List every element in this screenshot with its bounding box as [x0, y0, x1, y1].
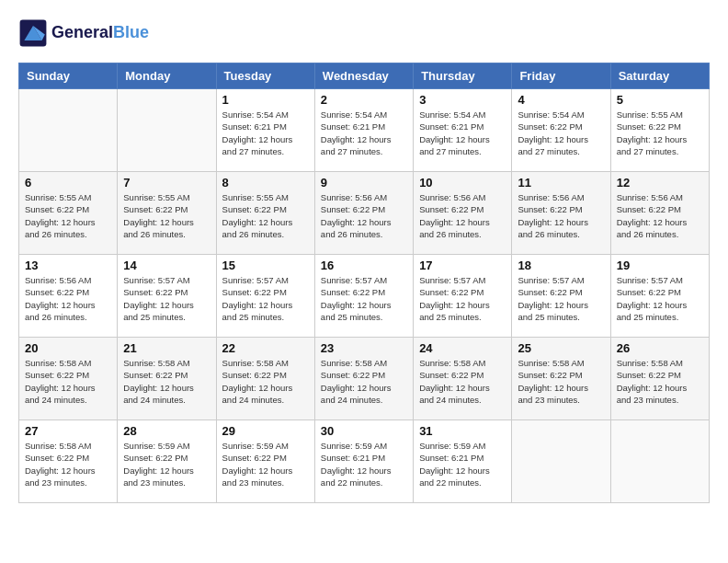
calendar-cell: 5Sunrise: 5:55 AM Sunset: 6:22 PM Daylig…	[610, 89, 709, 172]
day-number: 1	[222, 93, 309, 107]
day-number: 25	[518, 341, 604, 355]
day-info: Sunrise: 5:57 AM Sunset: 6:22 PM Dayligh…	[617, 274, 703, 323]
calendar-cell: 18Sunrise: 5:57 AM Sunset: 6:22 PM Dayli…	[512, 255, 610, 338]
calendar-cell: 6Sunrise: 5:55 AM Sunset: 6:22 PM Daylig…	[19, 172, 118, 255]
day-number: 20	[25, 341, 111, 355]
calendar-cell: 12Sunrise: 5:56 AM Sunset: 6:22 PM Dayli…	[610, 172, 709, 255]
day-info: Sunrise: 5:54 AM Sunset: 6:22 PM Dayligh…	[518, 109, 604, 157]
calendar-week-1: 1Sunrise: 5:54 AM Sunset: 6:21 PM Daylig…	[19, 89, 710, 172]
calendar-cell: 14Sunrise: 5:57 AM Sunset: 6:22 PM Dayli…	[118, 255, 216, 338]
weekday-header-wednesday: Wednesday	[314, 63, 413, 89]
day-number: 7	[123, 176, 210, 190]
calendar-header-row: SundayMondayTuesdayWednesdayThursdayFrid…	[19, 63, 710, 89]
day-info: Sunrise: 5:56 AM Sunset: 6:22 PM Dayligh…	[518, 191, 604, 240]
day-number: 23	[321, 341, 407, 355]
calendar-cell: 17Sunrise: 5:57 AM Sunset: 6:22 PM Dayli…	[414, 255, 512, 338]
day-info: Sunrise: 5:57 AM Sunset: 6:22 PM Dayligh…	[419, 274, 506, 323]
day-number: 31	[419, 424, 506, 438]
day-number: 24	[419, 341, 506, 355]
day-info: Sunrise: 5:55 AM Sunset: 6:22 PM Dayligh…	[25, 191, 111, 240]
calendar-cell: 25Sunrise: 5:58 AM Sunset: 6:22 PM Dayli…	[512, 338, 610, 420]
day-info: Sunrise: 5:54 AM Sunset: 6:21 PM Dayligh…	[222, 109, 309, 157]
day-number: 8	[222, 176, 309, 190]
calendar-cell: 23Sunrise: 5:58 AM Sunset: 6:22 PM Dayli…	[314, 338, 413, 420]
calendar-cell: 11Sunrise: 5:56 AM Sunset: 6:22 PM Dayli…	[512, 172, 610, 255]
day-number: 18	[518, 259, 604, 272]
day-info: Sunrise: 5:56 AM Sunset: 6:22 PM Dayligh…	[419, 191, 506, 240]
day-info: Sunrise: 5:57 AM Sunset: 6:22 PM Dayligh…	[123, 274, 210, 323]
day-number: 13	[25, 259, 111, 272]
calendar-cell: 24Sunrise: 5:58 AM Sunset: 6:22 PM Dayli…	[414, 338, 512, 420]
day-info: Sunrise: 5:57 AM Sunset: 6:22 PM Dayligh…	[222, 274, 309, 323]
day-number: 2	[321, 93, 407, 107]
day-info: Sunrise: 5:56 AM Sunset: 6:22 PM Dayligh…	[25, 274, 111, 323]
day-number: 15	[222, 259, 309, 272]
calendar-cell: 2Sunrise: 5:54 AM Sunset: 6:21 PM Daylig…	[314, 89, 413, 172]
day-number: 26	[617, 341, 703, 355]
weekday-header-monday: Monday	[118, 63, 216, 89]
calendar-cell: 31Sunrise: 5:59 AM Sunset: 6:21 PM Dayli…	[414, 420, 512, 503]
calendar-cell: 8Sunrise: 5:55 AM Sunset: 6:22 PM Daylig…	[216, 172, 314, 255]
day-number: 22	[222, 341, 309, 355]
day-info: Sunrise: 5:58 AM Sunset: 6:22 PM Dayligh…	[123, 357, 210, 406]
day-info: Sunrise: 5:55 AM Sunset: 6:22 PM Dayligh…	[617, 109, 703, 157]
calendar-cell: 16Sunrise: 5:57 AM Sunset: 6:22 PM Dayli…	[314, 255, 413, 338]
logo-icon	[18, 18, 48, 48]
calendar-cell: 28Sunrise: 5:59 AM Sunset: 6:22 PM Dayli…	[118, 420, 216, 503]
logo: GeneralBlue	[18, 18, 149, 48]
calendar-week-2: 6Sunrise: 5:55 AM Sunset: 6:22 PM Daylig…	[19, 172, 710, 255]
day-number: 27	[25, 424, 111, 438]
calendar-cell	[512, 420, 610, 503]
day-number: 28	[123, 424, 210, 438]
weekday-header-friday: Friday	[512, 63, 610, 89]
calendar-week-4: 20Sunrise: 5:58 AM Sunset: 6:22 PM Dayli…	[19, 338, 710, 420]
calendar-body: 1Sunrise: 5:54 AM Sunset: 6:21 PM Daylig…	[19, 89, 710, 503]
day-info: Sunrise: 5:57 AM Sunset: 6:22 PM Dayligh…	[518, 274, 604, 323]
day-number: 19	[617, 259, 703, 272]
day-info: Sunrise: 5:55 AM Sunset: 6:22 PM Dayligh…	[222, 191, 309, 240]
day-info: Sunrise: 5:59 AM Sunset: 6:22 PM Dayligh…	[123, 440, 210, 488]
day-number: 6	[25, 176, 111, 190]
day-info: Sunrise: 5:54 AM Sunset: 6:21 PM Dayligh…	[419, 109, 506, 157]
calendar-cell	[610, 420, 709, 503]
day-number: 16	[321, 259, 407, 272]
day-number: 29	[222, 424, 309, 438]
day-number: 11	[518, 176, 604, 190]
calendar-cell: 9Sunrise: 5:56 AM Sunset: 6:22 PM Daylig…	[314, 172, 413, 255]
day-info: Sunrise: 5:58 AM Sunset: 6:22 PM Dayligh…	[518, 357, 604, 406]
day-info: Sunrise: 5:56 AM Sunset: 6:22 PM Dayligh…	[617, 191, 703, 240]
day-info: Sunrise: 5:58 AM Sunset: 6:22 PM Dayligh…	[222, 357, 309, 406]
weekday-header-saturday: Saturday	[610, 63, 709, 89]
day-number: 3	[419, 93, 506, 107]
calendar-week-3: 13Sunrise: 5:56 AM Sunset: 6:22 PM Dayli…	[19, 255, 710, 338]
calendar-cell: 20Sunrise: 5:58 AM Sunset: 6:22 PM Dayli…	[19, 338, 118, 420]
day-info: Sunrise: 5:58 AM Sunset: 6:22 PM Dayligh…	[617, 357, 703, 406]
day-info: Sunrise: 5:58 AM Sunset: 6:22 PM Dayligh…	[25, 357, 111, 406]
day-info: Sunrise: 5:54 AM Sunset: 6:21 PM Dayligh…	[321, 109, 407, 157]
calendar-cell: 29Sunrise: 5:59 AM Sunset: 6:22 PM Dayli…	[216, 420, 314, 503]
day-number: 5	[617, 93, 703, 107]
day-number: 21	[123, 341, 210, 355]
calendar-cell: 19Sunrise: 5:57 AM Sunset: 6:22 PM Dayli…	[610, 255, 709, 338]
calendar-cell: 22Sunrise: 5:58 AM Sunset: 6:22 PM Dayli…	[216, 338, 314, 420]
day-info: Sunrise: 5:57 AM Sunset: 6:22 PM Dayligh…	[321, 274, 407, 323]
weekday-header-thursday: Thursday	[414, 63, 512, 89]
day-info: Sunrise: 5:55 AM Sunset: 6:22 PM Dayligh…	[123, 191, 210, 240]
weekday-header-sunday: Sunday	[19, 63, 118, 89]
calendar-cell: 27Sunrise: 5:58 AM Sunset: 6:22 PM Dayli…	[19, 420, 118, 503]
day-info: Sunrise: 5:58 AM Sunset: 6:22 PM Dayligh…	[25, 440, 111, 488]
weekday-header-tuesday: Tuesday	[216, 63, 314, 89]
calendar-cell: 15Sunrise: 5:57 AM Sunset: 6:22 PM Dayli…	[216, 255, 314, 338]
calendar-cell: 13Sunrise: 5:56 AM Sunset: 6:22 PM Dayli…	[19, 255, 118, 338]
calendar-cell	[118, 89, 216, 172]
logo-text: GeneralBlue	[51, 24, 149, 42]
day-info: Sunrise: 5:59 AM Sunset: 6:21 PM Dayligh…	[321, 440, 407, 488]
day-info: Sunrise: 5:59 AM Sunset: 6:22 PM Dayligh…	[222, 440, 309, 488]
day-number: 4	[518, 93, 604, 107]
calendar: SundayMondayTuesdayWednesdayThursdayFrid…	[18, 63, 710, 503]
day-info: Sunrise: 5:56 AM Sunset: 6:22 PM Dayligh…	[321, 191, 407, 240]
day-number: 9	[321, 176, 407, 190]
day-number: 14	[123, 259, 210, 272]
calendar-cell: 7Sunrise: 5:55 AM Sunset: 6:22 PM Daylig…	[118, 172, 216, 255]
day-info: Sunrise: 5:59 AM Sunset: 6:21 PM Dayligh…	[419, 440, 506, 488]
